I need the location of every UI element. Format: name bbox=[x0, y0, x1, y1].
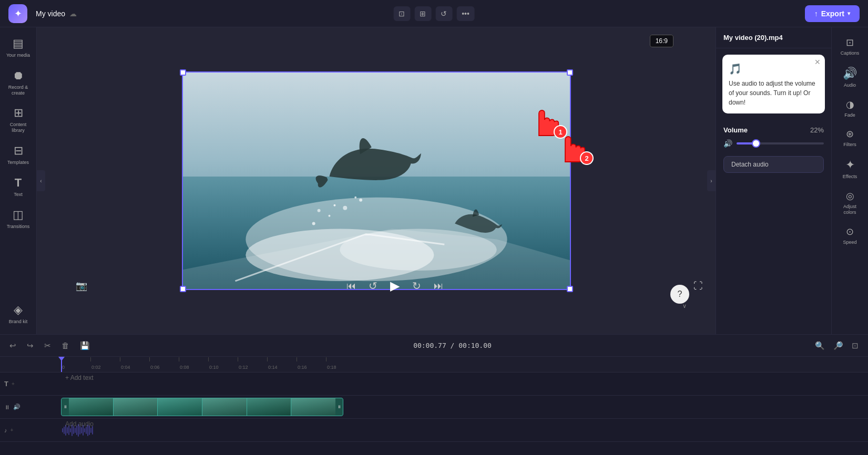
volume-thumb[interactable] bbox=[753, 140, 759, 147]
filters-icon: ⊛ bbox=[846, 128, 854, 140]
wave-bar bbox=[86, 427, 87, 434]
record-icon: ⏺ bbox=[13, 69, 24, 82]
video-track-icon: ⏸ bbox=[4, 404, 10, 410]
rewind-button[interactable]: ↺ bbox=[366, 277, 380, 294]
sidebar-item-text[interactable]: T Text bbox=[2, 172, 35, 202]
text-track-icon: T bbox=[4, 380, 8, 388]
audio-track-content[interactable]: Add audio bbox=[61, 419, 868, 441]
more-button[interactable]: ••• bbox=[456, 6, 475, 21]
wave-bar bbox=[92, 426, 93, 435]
captions-label: Captions bbox=[841, 50, 860, 56]
wave-bar bbox=[64, 427, 65, 434]
volume-header: Volume 22% bbox=[723, 126, 824, 134]
text-track-content[interactable]: + Add text bbox=[61, 373, 868, 395]
timeline-tracks: T + + Add text ⏸ 🔊 ⏸ bbox=[0, 373, 868, 455]
screenshot-button[interactable]: 📷 bbox=[74, 278, 89, 294]
wave-bar bbox=[89, 426, 90, 435]
wave-bar bbox=[78, 424, 79, 437]
tooltip-close-button[interactable]: ✕ bbox=[814, 58, 821, 66]
right-icons-sidebar: ⊡ Captions 🔊 Audio ◑ Fade ⊛ Filters ✦ Ef… bbox=[831, 27, 868, 334]
detach-audio-button[interactable]: Detach audio bbox=[723, 156, 824, 173]
text-track: T + + Add text bbox=[0, 373, 868, 396]
svg-point-7 bbox=[343, 206, 347, 210]
undo-timeline-button[interactable]: ↩ bbox=[6, 339, 19, 353]
clip-thumbnails bbox=[69, 398, 335, 416]
wave-bar bbox=[81, 427, 82, 433]
layout-button[interactable]: ⊞ bbox=[414, 6, 431, 21]
fullscreen-button[interactable]: ⛶ bbox=[691, 278, 705, 294]
video-controls: 📷 ⏮ ↺ ▶ ↻ ⏭ ⛶ bbox=[74, 274, 716, 297]
volume-slider[interactable] bbox=[737, 142, 824, 144]
effects-icon: ✦ bbox=[845, 158, 855, 172]
add-text-label[interactable]: + Add text bbox=[61, 373, 98, 384]
aspect-ratio-label: 16:9 bbox=[650, 35, 673, 47]
clip-handle-right[interactable]: ⏸ bbox=[335, 398, 343, 416]
skip-back-button[interactable]: ⏮ bbox=[344, 278, 358, 294]
adjust-colors-icon: ◎ bbox=[846, 190, 854, 202]
sidebar-item-filters[interactable]: ⊛ Filters bbox=[834, 124, 866, 152]
volume-control: 🔊 bbox=[723, 139, 824, 148]
sidebar-item-adjust-colors[interactable]: ◎ Adjust colors bbox=[834, 186, 866, 220]
save-button[interactable]: 💾 bbox=[77, 339, 93, 353]
sidebar-label-templates: Templates bbox=[7, 160, 29, 166]
svg-point-8 bbox=[359, 199, 362, 202]
sidebar-item-captions[interactable]: ⊡ Captions bbox=[834, 33, 866, 60]
video-clip[interactable]: ⏸ ⏸ bbox=[61, 398, 343, 416]
sidebar-item-effects[interactable]: ✦ Effects bbox=[834, 154, 866, 184]
export-chevron-icon: ▾ bbox=[847, 11, 850, 16]
cut-button[interactable]: ✂ bbox=[41, 339, 54, 353]
playhead-triangle bbox=[58, 357, 65, 361]
wave-bar bbox=[68, 426, 69, 435]
skip-forward-button[interactable]: ⏭ bbox=[432, 278, 445, 294]
text-icon: T bbox=[15, 176, 22, 190]
undo-button[interactable]: ↺ bbox=[435, 6, 452, 21]
sidebar-item-audio[interactable]: 🔊 Audio bbox=[834, 63, 866, 92]
fit-button[interactable]: ⊡ bbox=[849, 339, 862, 353]
sidebar-item-transitions[interactable]: ◫ Transitions bbox=[2, 204, 35, 234]
ruler-mark-10: 0:10 bbox=[208, 365, 238, 370]
sidebar-label-transitions: Transitions bbox=[7, 224, 30, 230]
audio-track: ♪ + Add audio bbox=[0, 419, 868, 442]
collapse-preview-button[interactable]: ∨ bbox=[682, 303, 687, 309]
video-track: ⏸ 🔊 ⏸ bbox=[0, 396, 868, 419]
volume-value: 22% bbox=[810, 126, 824, 134]
sidebar-item-your-media[interactable]: ▤ Your media bbox=[2, 33, 35, 63]
sidebar-item-speed[interactable]: ⊙ Speed bbox=[834, 222, 866, 250]
play-button[interactable]: ▶ bbox=[388, 276, 402, 295]
export-button[interactable]: ↑ Export ▾ bbox=[805, 5, 860, 22]
audio-icon: 🔊 bbox=[843, 67, 857, 80]
wave-bar bbox=[70, 428, 71, 432]
sidebar-item-record[interactable]: ⏺ Record & create bbox=[2, 65, 35, 100]
zoom-out-button[interactable]: 🔍 bbox=[812, 339, 828, 353]
ruler-mark-18: 0:18 bbox=[326, 365, 355, 370]
svg-point-11 bbox=[354, 197, 356, 199]
sidebar-item-templates[interactable]: ⊟ Templates bbox=[2, 140, 35, 170]
timeline-area: ↩ ↪ ✂ 🗑 💾 00:00.77 / 00:10.00 🔍 🔎 ⊡ 0 0:… bbox=[0, 334, 868, 455]
volume-icon: 🔊 bbox=[723, 139, 732, 148]
ruler-marks: 0 0:02 0:04 0:06 0:08 0:10 0:12 0:14 0:1… bbox=[0, 357, 868, 372]
handle-tr[interactable] bbox=[567, 69, 573, 76]
aspect-ratio-badge: 16:9 bbox=[650, 36, 673, 45]
handle-tl[interactable] bbox=[180, 69, 186, 76]
crop-button[interactable]: ⊡ bbox=[393, 6, 410, 21]
dolphin-svg bbox=[183, 73, 570, 289]
adjust-colors-label: Adjust colors bbox=[837, 204, 863, 215]
zoom-in-button[interactable]: 🔎 bbox=[830, 339, 846, 353]
collapse-left-button[interactable]: ‹ bbox=[37, 170, 45, 191]
collapse-right-button[interactable]: › bbox=[707, 170, 716, 191]
redo-timeline-button[interactable]: ↪ bbox=[24, 339, 37, 353]
volume-label: Volume bbox=[723, 126, 748, 134]
sidebar-item-brand[interactable]: ◈ Brand kit bbox=[2, 299, 35, 329]
svg-point-5 bbox=[312, 222, 315, 225]
sidebar-item-fade[interactable]: ◑ Fade bbox=[834, 95, 866, 122]
wave-bar bbox=[76, 426, 77, 435]
video-track-content[interactable]: ⏸ ⏸ bbox=[61, 396, 868, 418]
ruler-mark-4: 0:04 bbox=[120, 365, 149, 370]
forward-button[interactable]: ↻ bbox=[410, 277, 423, 294]
fade-label: Fade bbox=[844, 112, 855, 118]
delete-button[interactable]: 🗑 bbox=[58, 339, 73, 352]
clip-handle-left[interactable]: ⏸ bbox=[62, 398, 69, 416]
sidebar-item-content-library[interactable]: ⊞ Content library bbox=[2, 102, 35, 138]
playhead[interactable] bbox=[61, 357, 62, 372]
wave-bar bbox=[72, 425, 73, 436]
